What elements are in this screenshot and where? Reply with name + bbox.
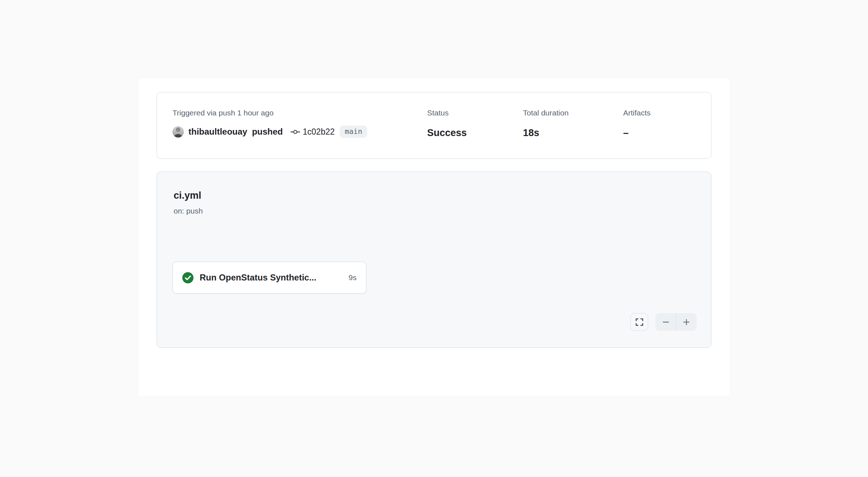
job-duration: 9s bbox=[349, 273, 357, 282]
success-check-icon bbox=[182, 272, 193, 283]
workflow-file-name: ci.yml bbox=[174, 189, 201, 202]
git-commit-icon bbox=[290, 127, 300, 137]
status-label: Status bbox=[427, 108, 467, 118]
zoom-in-button[interactable] bbox=[676, 313, 697, 331]
workflow-trigger: on: push bbox=[174, 206, 203, 216]
graph-controls bbox=[630, 313, 697, 331]
commit-row: thibaultleouay pushed 1c02b22 main bbox=[173, 124, 367, 139]
workflow-graph-panel: ci.yml on: push Run OpenStatus Synthetic… bbox=[157, 172, 711, 348]
zoom-out-button[interactable] bbox=[655, 313, 676, 331]
avatar[interactable] bbox=[173, 126, 184, 138]
plus-icon bbox=[682, 317, 691, 327]
fullscreen-button[interactable] bbox=[630, 313, 648, 331]
minus-icon bbox=[661, 317, 671, 327]
duration-column: Total duration 18s bbox=[523, 108, 569, 139]
zoom-control-group bbox=[655, 313, 697, 331]
artifacts-column: Artifacts – bbox=[623, 108, 651, 139]
branch-badge[interactable]: main bbox=[340, 126, 367, 138]
run-summary-card: Triggered via push 1 hour ago thibaultle… bbox=[157, 92, 711, 159]
status-value: Success bbox=[427, 127, 467, 139]
job-node[interactable]: Run OpenStatus Synthetic... 9s bbox=[173, 262, 366, 294]
duration-label: Total duration bbox=[523, 108, 569, 118]
status-column: Status Success bbox=[427, 108, 467, 139]
artifacts-label: Artifacts bbox=[623, 108, 651, 118]
commit-sha-link[interactable]: 1c02b22 bbox=[303, 127, 335, 137]
trigger-column: Triggered via push 1 hour ago thibaultle… bbox=[173, 108, 367, 139]
actor-name: thibaultleouay bbox=[188, 127, 247, 137]
artifacts-value: – bbox=[623, 127, 651, 139]
job-name: Run OpenStatus Synthetic... bbox=[200, 273, 316, 283]
push-action-label: pushed bbox=[252, 127, 283, 137]
triggered-label: Triggered via push 1 hour ago bbox=[173, 108, 367, 118]
screen-full-icon bbox=[635, 318, 644, 326]
content-area: Triggered via push 1 hour ago thibaultle… bbox=[139, 79, 729, 396]
duration-value: 18s bbox=[523, 127, 569, 139]
